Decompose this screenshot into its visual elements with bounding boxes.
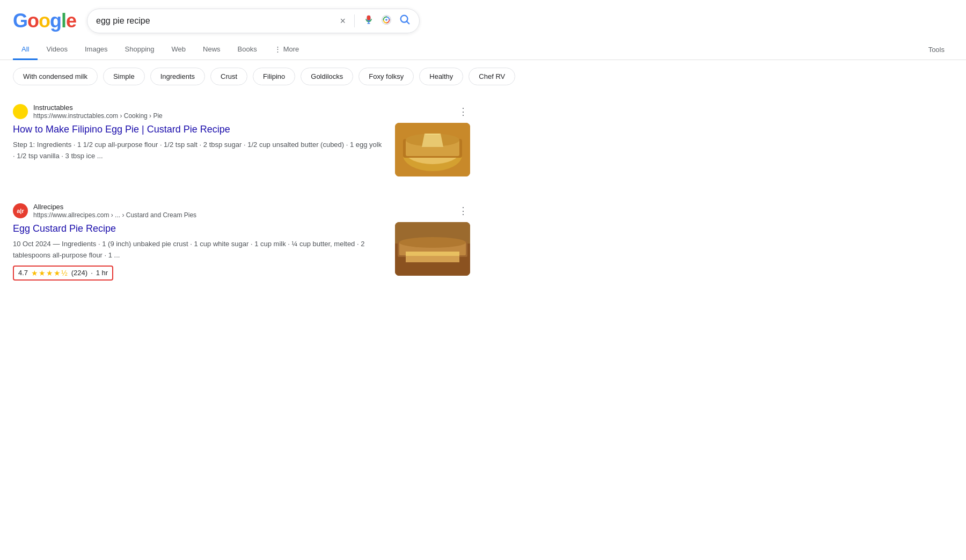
result-2-rating-box[interactable]: 4.7 ★★★★½ (224) · 1 hr bbox=[13, 266, 113, 281]
tab-web[interactable]: Web bbox=[163, 40, 195, 60]
tab-more[interactable]: ⋮ More bbox=[266, 40, 308, 60]
result-1-url: https://www.instructables.com › Cooking … bbox=[33, 112, 163, 120]
result-2-url: https://www.allrecipes.com › ... › Custa… bbox=[33, 211, 196, 219]
logo-o1: o bbox=[27, 10, 39, 32]
svg-rect-8 bbox=[17, 113, 20, 116]
result-item-2: a|r Allrecipes https://www.allrecipes.co… bbox=[13, 192, 470, 291]
tab-books[interactable]: Books bbox=[229, 40, 266, 60]
logo-g2: g bbox=[50, 10, 61, 32]
logo-o2: o bbox=[39, 10, 50, 32]
result-header-1: Instructables https://www.instructables.… bbox=[13, 104, 470, 120]
svg-rect-9 bbox=[21, 113, 24, 116]
rating-value: 4.7 bbox=[18, 269, 28, 277]
search-input[interactable] bbox=[96, 16, 333, 26]
voice-search-icon[interactable] bbox=[363, 14, 374, 28]
instructables-favicon bbox=[13, 104, 28, 119]
chip-filipino[interactable]: Filipino bbox=[253, 68, 295, 85]
allrecipes-favicon-text: a|r bbox=[17, 208, 24, 214]
clear-search-icon[interactable]: × bbox=[340, 16, 346, 27]
more-dots-icon: ⋮ bbox=[274, 45, 281, 53]
chip-goldilocks[interactable]: Goldilocks bbox=[301, 68, 353, 85]
result-1-thumbnail[interactable] bbox=[395, 123, 470, 176]
chip-chef-rv[interactable]: Chef RV bbox=[469, 68, 515, 85]
search-submit-icon[interactable] bbox=[399, 13, 411, 28]
allrecipes-favicon: a|r bbox=[13, 203, 28, 218]
result-1-site-name: Instructables bbox=[33, 104, 163, 112]
svg-rect-7 bbox=[21, 108, 24, 111]
result-2-snippet: 10 Oct 2024 — Ingredients · 1 (9 inch) u… bbox=[13, 239, 384, 261]
pie-image-2 bbox=[395, 222, 470, 276]
logo-l: l bbox=[61, 10, 66, 32]
chip-foxy-folksy[interactable]: Foxy folksy bbox=[358, 68, 414, 85]
header: Google × bbox=[0, 0, 966, 40]
result-divider bbox=[13, 189, 470, 190]
search-bar: × bbox=[87, 9, 420, 33]
chip-condensed-milk[interactable]: With condensed milk bbox=[13, 68, 98, 85]
rating-stars: ★★★★½ bbox=[31, 269, 68, 277]
svg-marker-16 bbox=[422, 134, 443, 147]
search-divider bbox=[354, 14, 355, 27]
result-2-site-name: Allrecipes bbox=[33, 203, 196, 211]
result-2-url-row: https://www.allrecipes.com › ... › Custa… bbox=[33, 211, 196, 219]
rating-time: 1 hr bbox=[96, 269, 108, 277]
tab-videos[interactable]: Videos bbox=[38, 40, 76, 60]
result-2-title[interactable]: Egg Custard Pie Recipe bbox=[13, 222, 384, 235]
logo-e: e bbox=[66, 10, 76, 32]
result-2-text: Egg Custard Pie Recipe 10 Oct 2024 — Ing… bbox=[13, 222, 384, 281]
chip-healthy[interactable]: Healthy bbox=[419, 68, 463, 85]
result-item-1: Instructables https://www.instructables.… bbox=[13, 93, 470, 187]
logo-g: G bbox=[13, 10, 27, 32]
result-2-main: Egg Custard Pie Recipe 10 Oct 2024 — Ing… bbox=[13, 222, 470, 281]
svg-rect-6 bbox=[17, 108, 20, 111]
chip-simple[interactable]: Simple bbox=[103, 68, 145, 85]
result-2-more-options[interactable]: ⋮ bbox=[456, 203, 470, 219]
google-logo[interactable]: Google bbox=[13, 10, 76, 32]
filter-chips: With condensed milk Simple Ingredients C… bbox=[0, 60, 966, 93]
result-2-site-info: Allrecipes https://www.allrecipes.com › … bbox=[33, 203, 196, 219]
result-1-main: How to Make Filipino Egg Pie | Custard P… bbox=[13, 123, 470, 176]
tab-images[interactable]: Images bbox=[76, 40, 116, 60]
svg-line-5 bbox=[407, 21, 409, 24]
tab-all[interactable]: All bbox=[13, 40, 38, 60]
tools-btn[interactable]: Tools bbox=[920, 40, 953, 59]
tab-shopping[interactable]: Shopping bbox=[116, 40, 163, 60]
svg-rect-24 bbox=[406, 252, 459, 256]
svg-point-3 bbox=[385, 19, 387, 21]
pie-image-1 bbox=[395, 123, 470, 176]
chip-ingredients[interactable]: Ingredients bbox=[150, 68, 205, 85]
nav-tabs: All Videos Images Shopping Web News Book… bbox=[0, 40, 966, 60]
result-header-2: a|r Allrecipes https://www.allrecipes.co… bbox=[13, 203, 470, 219]
result-1-text: How to Make Filipino Egg Pie | Custard P… bbox=[13, 123, 384, 162]
google-lens-icon[interactable] bbox=[380, 14, 392, 28]
results-container: Instructables https://www.instructables.… bbox=[0, 93, 483, 291]
result-1-more-options[interactable]: ⋮ bbox=[456, 104, 470, 120]
tab-news[interactable]: News bbox=[194, 40, 229, 60]
rating-dot: · bbox=[91, 269, 93, 277]
result-2-thumbnail[interactable] bbox=[395, 222, 470, 276]
result-1-url-row: https://www.instructables.com › Cooking … bbox=[33, 112, 163, 120]
svg-marker-17 bbox=[425, 134, 441, 135]
result-1-title[interactable]: How to Make Filipino Egg Pie | Custard P… bbox=[13, 123, 384, 136]
chip-crust[interactable]: Crust bbox=[210, 68, 247, 85]
result-1-site-info: Instructables https://www.instructables.… bbox=[33, 104, 163, 120]
result-1-snippet: Step 1: Ingredients · 1 1/2 cup all-purp… bbox=[13, 139, 384, 162]
svg-point-22 bbox=[399, 237, 466, 248]
rating-count: (224) bbox=[71, 269, 87, 277]
